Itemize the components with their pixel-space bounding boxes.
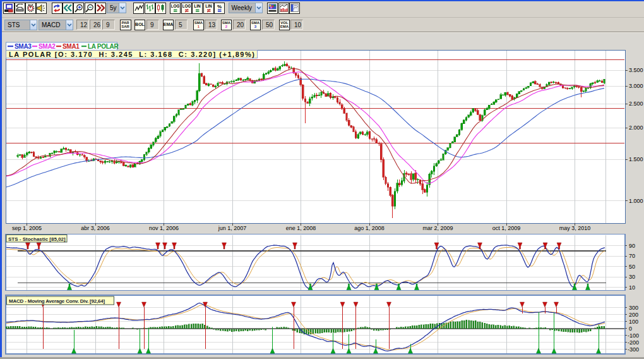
svg-text:300: 300: [629, 305, 638, 311]
svg-text:200: 200: [629, 312, 638, 318]
svg-text:mar 2, 2009: mar 2, 2009: [422, 225, 453, 231]
svg-text:ene 1, 2008: ene 1, 2008: [286, 225, 316, 231]
svg-text:jun 1, 2007: jun 1, 2007: [218, 225, 247, 231]
svg-text:90: 90: [629, 243, 635, 249]
svg-text:50: 50: [629, 264, 635, 270]
svg-text:LA POLAR [O: 3.170 H: 3.245: LA POLAR [O: 3.170 H: 3.245 L: 3.168 C: …: [9, 51, 256, 58]
svg-text:oct 1, 2009: oct 1, 2009: [492, 225, 521, 231]
svg-text:SMA2: SMA2: [39, 43, 56, 50]
svg-text:2.500: 2.500: [629, 100, 643, 107]
svg-text:SMA1: SMA1: [63, 43, 80, 50]
svg-text:100: 100: [629, 319, 638, 325]
svg-text:1.000: 1.000: [629, 198, 643, 204]
svg-text:MACD - Moving Average Conv. Di: MACD - Moving Average Conv. Div. [92,64]: [9, 298, 105, 304]
svg-text:STS - Stochastic [85,02]: STS - Stochastic [85,02]: [8, 236, 66, 242]
svg-text:sep 1, 2005: sep 1, 2005: [12, 225, 42, 231]
svg-text:2.000: 2.000: [629, 125, 643, 131]
svg-text:3.500: 3.500: [629, 67, 643, 73]
svg-text:ago 1, 2008: ago 1, 2008: [354, 225, 385, 231]
svg-text:-100: -100: [628, 332, 639, 339]
svg-text:70: 70: [629, 253, 635, 259]
svg-text:abr 3, 2006: abr 3, 2006: [81, 225, 110, 231]
svg-text:1.500: 1.500: [629, 156, 643, 162]
svg-text:30: 30: [629, 274, 635, 280]
svg-text:nov 1, 2006: nov 1, 2006: [149, 225, 179, 231]
svg-text:SMA3: SMA3: [15, 43, 32, 50]
svg-text:may 3, 2010: may 3, 2010: [559, 225, 591, 231]
svg-text:LA POLAR: LA POLAR: [88, 43, 119, 50]
svg-text:3.000: 3.000: [629, 83, 643, 89]
svg-text:10: 10: [629, 284, 635, 291]
svg-text:0: 0: [629, 326, 632, 332]
svg-text:-300: -300: [628, 346, 639, 353]
svg-text:-200: -200: [628, 339, 639, 346]
